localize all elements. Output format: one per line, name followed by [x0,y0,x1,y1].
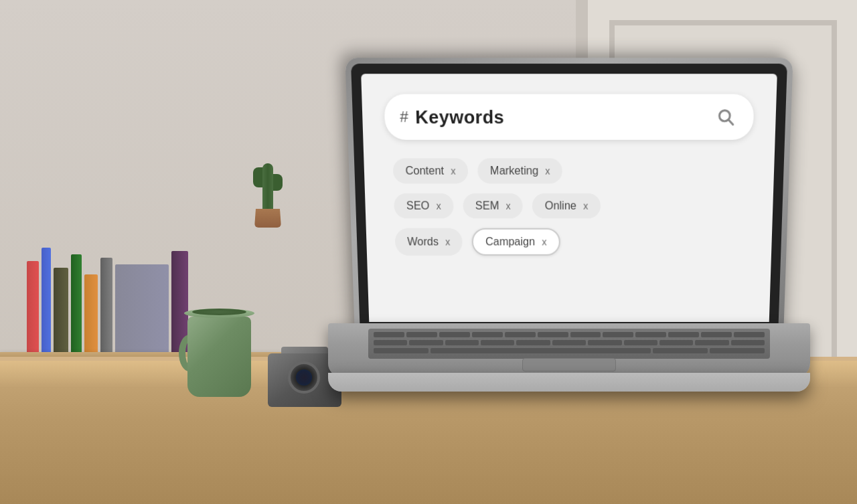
camera-lens [288,361,320,394]
key [516,340,550,345]
key [653,348,708,353]
search-keyword-text: Keywords [415,106,707,128]
key [570,332,601,337]
key [481,340,514,345]
keyboard-row-2 [374,340,765,345]
keyboard-row-1 [374,332,765,337]
cactus-arm-right [272,174,283,191]
tag-content[interactable]: Content x [393,158,469,183]
key [374,332,404,337]
tags-row-3: Words x Campaign x [394,228,743,256]
tags-row-1: Content x Marketing x [393,158,746,183]
tag-sem[interactable]: SEM x [463,193,523,218]
key [624,340,657,345]
tag-marketing-close[interactable]: x [545,165,550,177]
laptop-foot [328,373,810,392]
key [710,348,765,353]
key [659,340,693,345]
tag-campaign-close[interactable]: x [542,236,546,247]
search-button[interactable] [713,104,738,130]
key [588,340,621,345]
key [445,340,479,345]
tag-seo[interactable]: SEO x [394,193,454,218]
key [374,348,428,353]
key [734,332,765,337]
cactus-pot [254,209,281,228]
key [439,332,470,337]
tag-online-label: Online [545,199,576,212]
tag-marketing-label: Marketing [490,165,538,177]
key [431,348,651,353]
tags-row-2: SEO x SEM x Online x [394,193,745,218]
laptop-base [328,323,810,377]
laptop: # Keywords [328,82,797,417]
svg-line-1 [728,120,733,124]
tag-content-close[interactable]: x [451,165,455,177]
tag-words[interactable]: Words x [394,228,462,256]
tag-words-close[interactable]: x [445,236,450,247]
key [701,332,732,337]
tag-sem-label: SEM [475,199,499,212]
key [406,332,437,337]
touchpad[interactable] [522,358,616,371]
tag-campaign[interactable]: Campaign x [471,228,560,256]
search-bar[interactable]: # Keywords [384,94,754,140]
tag-online[interactable]: Online x [532,193,601,218]
key [505,332,536,337]
mug-inner [192,309,246,315]
scene: # Keywords [0,0,857,504]
key [695,340,728,345]
key [668,332,699,337]
tag-content-label: Content [405,165,444,177]
key [538,332,568,337]
key [552,340,586,345]
book-4 [71,254,82,368]
key [409,340,443,345]
mug-body [187,317,251,397]
laptop-screen-wrapper: # Keywords [345,58,793,337]
key [472,332,503,337]
camera-lens-inner [296,369,312,386]
mug [177,293,264,397]
book-2 [42,248,51,368]
key [374,340,407,345]
cactus-body [262,163,273,210]
laptop-bezel: # Keywords [351,64,787,331]
key [731,340,765,345]
tag-campaign-label: Campaign [485,236,535,248]
tag-marketing[interactable]: Marketing x [477,158,562,183]
laptop-screen: # Keywords [361,74,777,322]
search-hash-symbol: # [400,108,408,127]
key [603,332,633,337]
tag-seo-label: SEO [406,199,430,212]
key [635,332,666,337]
tag-sem-close[interactable]: x [505,200,510,212]
keyboard-row-3 [374,348,765,353]
tags-container: Content x Marketing x [386,153,753,261]
search-icon [716,107,736,127]
laptop-keyboard [368,329,770,359]
tag-words-label: Words [407,236,439,248]
cactus [248,141,288,228]
screen-content: # Keywords [361,74,777,322]
tag-seo-close[interactable]: x [436,200,441,212]
tag-online-close[interactable]: x [583,200,588,212]
